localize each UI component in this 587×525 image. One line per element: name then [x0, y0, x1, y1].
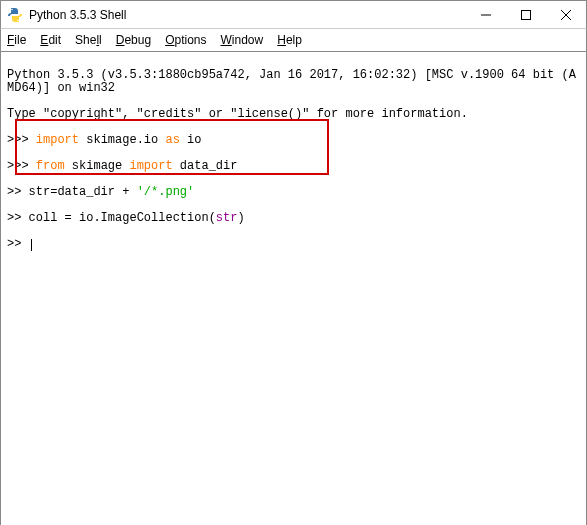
menu-options[interactable]: Options — [165, 33, 206, 47]
code-line-3: >> str=data_dir + '/*.png' — [7, 186, 580, 199]
shell-text-area[interactable]: Python 3.5.3 (v3.5.3:1880cb95a742, Jan 1… — [0, 52, 587, 525]
code-line-4: >> coll = io.ImageCollection(str) — [7, 212, 580, 225]
close-button[interactable] — [546, 1, 586, 28]
menu-file[interactable]: File — [7, 33, 26, 47]
svg-point-1 — [17, 19, 19, 21]
window-title: Python 3.5.3 Shell — [29, 8, 466, 22]
version-line: Python 3.5.3 (v3.5.3:1880cb95a742, Jan 1… — [7, 69, 580, 95]
menu-shell[interactable]: Shell — [75, 33, 102, 47]
menu-window[interactable]: Window — [221, 33, 264, 47]
menu-help[interactable]: Help — [277, 33, 302, 47]
minimize-button[interactable] — [466, 1, 506, 28]
text-cursor — [31, 239, 32, 251]
code-line-2: >>> from skimage import data_dir — [7, 160, 580, 173]
maximize-button[interactable] — [506, 1, 546, 28]
code-line-1: >>> import skimage.io as io — [7, 134, 580, 147]
info-line: Type "copyright", "credits" or "license(… — [7, 108, 580, 121]
menu-debug[interactable]: Debug — [116, 33, 151, 47]
svg-point-0 — [11, 8, 13, 10]
title-bar: Python 3.5.3 Shell — [0, 0, 587, 28]
window-controls — [466, 1, 586, 28]
python-icon — [7, 7, 23, 23]
menu-edit[interactable]: Edit — [40, 33, 61, 47]
code-line-5: >> — [7, 238, 580, 251]
menu-bar: File Edit Shell Debug Options Window Hel… — [0, 28, 587, 52]
svg-rect-3 — [522, 10, 531, 19]
